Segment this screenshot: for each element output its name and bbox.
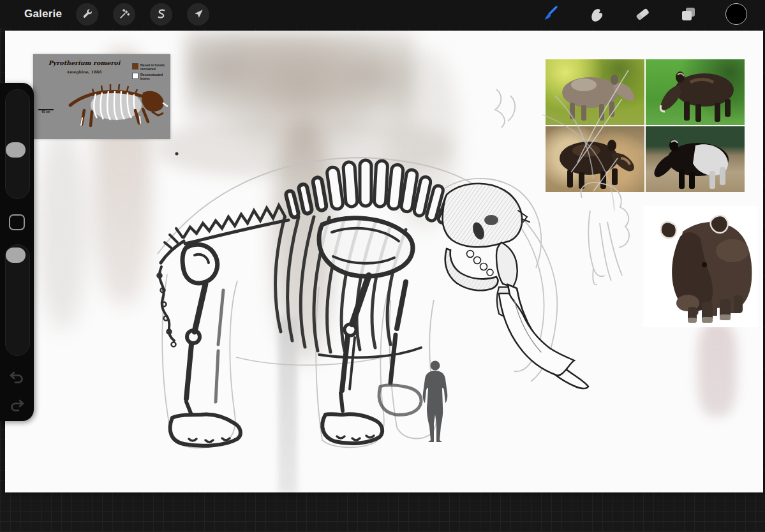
blurred-pink-smudge — [697, 321, 737, 417]
redo-icon — [8, 397, 26, 415]
modify-button[interactable] — [9, 214, 25, 230]
transform-button[interactable] — [187, 3, 209, 26]
undo-icon — [8, 369, 26, 387]
eraser-icon — [634, 5, 651, 23]
adjustments-button[interactable] — [113, 3, 135, 26]
paint-brush-icon — [540, 4, 560, 24]
blurred-right-blob — [388, 50, 458, 228]
blurred-gray-bar — [278, 318, 297, 492]
top-toolbar: Galerie — [0, 0, 765, 28]
blurred-trunk-column — [273, 120, 334, 362]
brush-size-handle[interactable] — [6, 142, 26, 158]
malayan-tapir-photo — [646, 126, 745, 192]
selection-s-icon — [150, 3, 172, 26]
brush-size-slider[interactable] — [5, 89, 30, 199]
pyrotherium-skeleton-figure — [33, 54, 170, 139]
color-swatch — [725, 3, 747, 25]
blurred-left-blob — [37, 126, 88, 330]
actions-button[interactable] — [76, 3, 98, 26]
pyrotherium-reference-image: Pyrotherium romeroi Ameghino, 1888 Based… — [33, 54, 170, 139]
tapir-photo-rocks — [546, 126, 644, 192]
tapir-photo-grass — [646, 59, 745, 125]
tapir-photo-collage — [546, 59, 745, 192]
color-button[interactable] — [725, 3, 747, 25]
smudge-button[interactable] — [588, 5, 605, 23]
tapir-photo-foliage — [546, 59, 644, 125]
blurred-antler-photo — [185, 31, 415, 177]
layers-button[interactable] — [680, 5, 697, 23]
left-tool-group — [76, 3, 209, 26]
tapir-front-photo — [643, 206, 758, 327]
magic-wand-icon — [113, 3, 135, 26]
eraser-button[interactable] — [634, 5, 651, 23]
undo-button[interactable] — [8, 369, 26, 387]
brush-button[interactable] — [540, 4, 560, 24]
wrench-icon — [76, 3, 98, 26]
blurred-band — [158, 120, 452, 177]
redo-button[interactable] — [8, 397, 26, 415]
smudge-icon — [588, 5, 605, 23]
transform-arrow-icon — [187, 3, 209, 26]
gallery-button[interactable]: Galerie — [24, 8, 62, 20]
layers-icon — [680, 5, 697, 23]
right-tool-group — [540, 3, 747, 25]
selection-button[interactable] — [150, 3, 172, 26]
opacity-slider[interactable] — [5, 244, 30, 356]
opacity-handle[interactable] — [6, 248, 26, 263]
drawing-canvas[interactable]: Pyrotherium romeroi Ameghino, 1888 Based… — [5, 31, 763, 492]
side-toolbar — [0, 83, 34, 421]
